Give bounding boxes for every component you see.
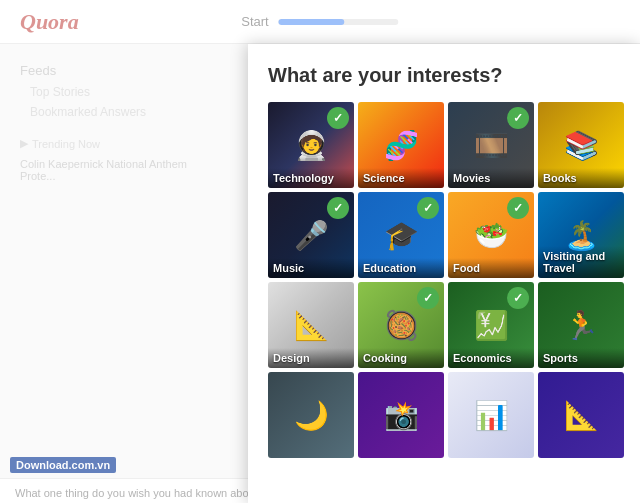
interest-label-science: Science: [358, 168, 444, 188]
interest-bg-cooking: 🥘Cooking✓: [358, 282, 444, 368]
interest-card-more1[interactable]: 🌙: [268, 372, 354, 458]
interest-bg-technology: 🧑‍🚀Technology✓: [268, 102, 354, 188]
interest-bg-more1: 🌙: [268, 372, 354, 458]
interest-label-education: Education: [358, 258, 444, 278]
interest-icon-more3: 📊: [474, 399, 509, 432]
interest-card-education[interactable]: 🎓Education✓: [358, 192, 444, 278]
interest-check-food: ✓: [507, 197, 529, 219]
interest-icon-technology: 🧑‍🚀: [294, 129, 329, 162]
interest-label-books: Books: [538, 168, 624, 188]
interest-card-more2[interactable]: 📸: [358, 372, 444, 458]
interest-label-economics: Economics: [448, 348, 534, 368]
interest-icon-sports: 🏃: [564, 309, 599, 342]
interest-icon-books: 📚: [564, 129, 599, 162]
interest-check-movies: ✓: [507, 107, 529, 129]
interest-check-economics: ✓: [507, 287, 529, 309]
interest-check-cooking: ✓: [417, 287, 439, 309]
interest-bg-food: 🥗Food✓: [448, 192, 534, 278]
interest-label-music: Music: [268, 258, 354, 278]
interest-bg-science: 🧬Science: [358, 102, 444, 188]
interest-bg-visiting: 🏝️Visiting and Travel: [538, 192, 624, 278]
interests-modal: What are your interests? 🧑‍🚀Technology✓🧬…: [248, 44, 640, 503]
interest-card-sports[interactable]: 🏃Sports: [538, 282, 624, 368]
interest-bg-books: 📚Books: [538, 102, 624, 188]
interest-check-music: ✓: [327, 197, 349, 219]
interest-card-science[interactable]: 🧬Science: [358, 102, 444, 188]
interest-card-design[interactable]: 📐Design: [268, 282, 354, 368]
interest-label-sports: Sports: [538, 348, 624, 368]
interest-icon-design: 📐: [294, 309, 329, 342]
interest-bg-more2: 📸: [358, 372, 444, 458]
interest-icon-more4: 📐: [564, 399, 599, 432]
interest-card-music[interactable]: 🎤Music✓: [268, 192, 354, 278]
watermark-text: Download.com.vn: [10, 457, 116, 473]
interest-bg-more3: 📊: [448, 372, 534, 458]
interest-card-food[interactable]: 🥗Food✓: [448, 192, 534, 278]
interest-check-education: ✓: [417, 197, 439, 219]
interest-label-visiting: Visiting and Travel: [538, 246, 624, 278]
interest-bg-economics: 💹Economics✓: [448, 282, 534, 368]
interest-bg-movies: 🎞️Movies✓: [448, 102, 534, 188]
interest-icon-movies: 🎞️: [474, 129, 509, 162]
interest-card-movies[interactable]: 🎞️Movies✓: [448, 102, 534, 188]
interest-label-food: Food: [448, 258, 534, 278]
interest-card-technology[interactable]: 🧑‍🚀Technology✓: [268, 102, 354, 188]
interest-card-economics[interactable]: 💹Economics✓: [448, 282, 534, 368]
interest-card-more4[interactable]: 📐: [538, 372, 624, 458]
interest-label-technology: Technology: [268, 168, 354, 188]
interests-grid: 🧑‍🚀Technology✓🧬Science🎞️Movies✓📚Books🎤Mu…: [268, 102, 620, 458]
interest-icon-economics: 💹: [474, 309, 509, 342]
interest-icon-music: 🎤: [294, 219, 329, 252]
interest-icon-cooking: 🥘: [384, 309, 419, 342]
interest-label-movies: Movies: [448, 168, 534, 188]
interest-card-visiting[interactable]: 🏝️Visiting and Travel: [538, 192, 624, 278]
interest-bg-education: 🎓Education✓: [358, 192, 444, 278]
interest-icon-science: 🧬: [384, 129, 419, 162]
interest-card-more3[interactable]: 📊: [448, 372, 534, 458]
interest-icon-more1: 🌙: [294, 399, 329, 432]
interest-label-design: Design: [268, 348, 354, 368]
interest-card-books[interactable]: 📚Books: [538, 102, 624, 188]
watermark: Download.com.vn: [10, 455, 116, 473]
interest-check-technology: ✓: [327, 107, 349, 129]
modal-title: What are your interests?: [268, 64, 620, 87]
interest-card-cooking[interactable]: 🥘Cooking✓: [358, 282, 444, 368]
interest-bg-music: 🎤Music✓: [268, 192, 354, 278]
interest-bg-more4: 📐: [538, 372, 624, 458]
interest-bg-design: 📐Design: [268, 282, 354, 368]
interest-icon-more2: 📸: [384, 399, 419, 432]
interest-label-cooking: Cooking: [358, 348, 444, 368]
interest-icon-food: 🥗: [474, 219, 509, 252]
interest-bg-sports: 🏃Sports: [538, 282, 624, 368]
interest-icon-education: 🎓: [384, 219, 419, 252]
